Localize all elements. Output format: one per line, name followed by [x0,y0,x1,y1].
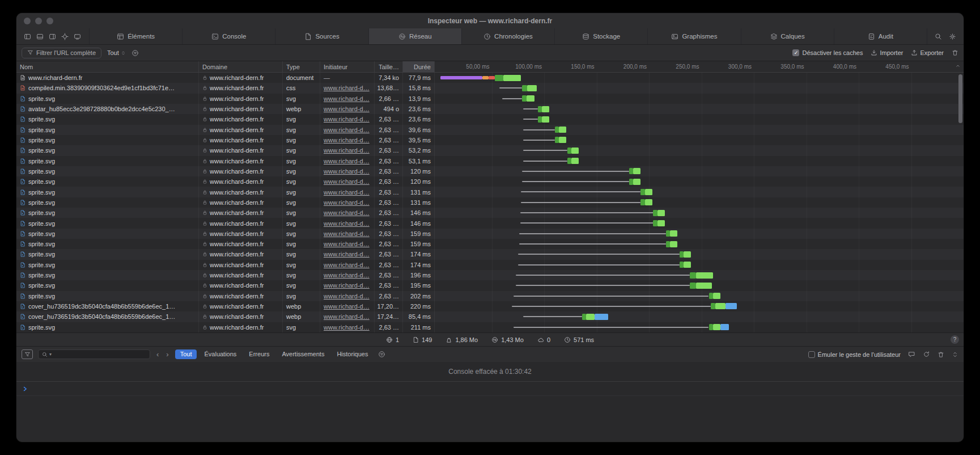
initiator-link[interactable]: www.richard-d… [324,313,370,320]
export-button[interactable]: Exporter [911,49,944,56]
initiator-link[interactable]: www.richard-d… [324,303,370,310]
network-request-row[interactable]: sprite.svgwww.richard-dern.frsvgwww.rich… [16,94,964,104]
initiator-link[interactable]: www.richard-d… [324,220,370,227]
network-request-row[interactable]: cover_hu736519dc3b5040cfa48b6b559b6de6ec… [16,301,964,311]
initiator-link[interactable]: www.richard-d… [324,127,370,133]
close-button[interactable] [24,18,31,24]
console-messages-icon[interactable] [908,351,915,358]
minimize-button[interactable] [35,18,42,24]
network-request-row[interactable]: www.richard-dern.frwww.richard-dern.frdo… [16,73,964,83]
element-picker-icon[interactable] [61,33,69,40]
initiator-link[interactable]: www.richard-d… [324,251,370,258]
clear-console-trash-icon[interactable] [937,351,944,358]
tab-reseau[interactable]: Réseau [368,28,461,44]
network-request-row[interactable]: sprite.svgwww.richard-dern.frsvgwww.rich… [16,197,964,208]
chevron-up-icon[interactable] [955,63,961,69]
initiator-link[interactable]: www.richard-d… [324,282,370,289]
url-filter-field[interactable]: Filtrer l'URL complète [22,48,101,58]
initiator-link[interactable]: www.richard-d… [324,272,370,279]
tab-elements[interactable]: Éléments [89,28,182,44]
initiator-link[interactable]: www.richard-d… [324,158,370,165]
network-request-row[interactable]: sprite.svgwww.richard-dern.frsvgwww.rich… [16,176,964,187]
tab-sources[interactable]: Sources [275,28,368,44]
network-request-row[interactable]: sprite.svgwww.richard-dern.frsvgwww.rich… [16,114,964,124]
console-prompt[interactable] [16,382,964,396]
dock-bottom-icon[interactable] [36,33,44,40]
console-search-input[interactable]: ▾ [38,349,150,359]
tab-calques[interactable]: Calques [741,28,834,44]
tab-chronologies[interactable]: Chronologies [461,28,554,44]
tab-stockage[interactable]: Stockage [554,28,647,44]
next-result-button[interactable]: › [165,350,169,359]
reload-icon[interactable] [923,351,930,358]
disable-caches-checkbox[interactable]: ✓ Désactiver les caches [792,49,863,56]
clear-network-trash-icon[interactable] [952,49,958,56]
initiator-link[interactable]: www.richard-d… [324,189,370,196]
resource-type-select[interactable]: Tout [107,49,126,56]
initiator-link[interactable]: www.richard-d… [324,116,370,123]
column-header-initiateur[interactable]: Initiateur [320,61,375,72]
tab-audit[interactable]: Audit [834,28,927,44]
network-request-row[interactable]: sprite.svgwww.richard-dern.frsvgwww.rich… [16,218,964,228]
help-button[interactable]: ? [951,335,959,344]
network-request-row[interactable]: sprite.svgwww.richard-dern.frsvgwww.rich… [16,280,964,290]
initiator-link[interactable]: www.richard-d… [324,147,370,154]
search-icon[interactable] [935,33,942,40]
column-header-taille-[interactable]: Taille… [375,61,403,72]
gear-icon[interactable] [949,33,956,40]
tab-graphismes[interactable]: Graphismes [647,28,740,44]
network-request-row[interactable]: sprite.svgwww.richard-dern.frsvgwww.rich… [16,249,964,259]
network-request-row[interactable]: sprite.svgwww.richard-dern.frsvgwww.rich… [16,229,964,239]
initiator-link[interactable]: www.richard-d… [324,230,370,237]
import-button[interactable]: Importer [871,49,903,56]
initiator-link[interactable]: www.richard-d… [324,106,370,112]
initiator-link[interactable]: www.richard-d… [324,178,370,185]
column-header-duree[interactable]: Durée [403,61,435,72]
column-header-domaine[interactable]: Domaine [199,61,283,72]
console-tab-erreurs[interactable]: Erreurs [244,349,274,359]
network-request-row[interactable]: avatar_hu85ecc3e298728880b0bde2dcc4e5c23… [16,104,964,114]
initiator-link[interactable]: www.richard-d… [324,324,370,331]
console-tab-evaluations[interactable]: Évaluations [199,349,241,359]
network-request-row[interactable]: sprite.svgwww.richard-dern.frsvgwww.rich… [16,239,964,249]
network-request-row[interactable]: compiled.min.38390909f303624ed9e1cf1bd3f… [16,83,964,93]
initiator-link[interactable]: www.richard-d… [324,209,370,216]
network-request-row[interactable]: sprite.svgwww.richard-dern.frsvgwww.rich… [16,135,964,145]
emulate-user-gesture-checkbox[interactable]: Émuler le geste de l'utilisateur [808,351,901,358]
console-tab-tout[interactable]: Tout [175,349,197,359]
console-tab-avertissements[interactable]: Avertissements [277,349,329,359]
initiator-link[interactable]: www.richard-d… [324,199,370,206]
network-request-row[interactable]: sprite.svgwww.richard-dern.frsvgwww.rich… [16,270,964,280]
console-filter-icon[interactable] [22,349,33,359]
console-options-icon[interactable] [378,351,385,358]
network-request-row[interactable]: sprite.svgwww.richard-dern.frsvgwww.rich… [16,291,964,301]
console-tab-historiques[interactable]: Historiques [332,349,373,359]
network-request-row[interactable]: sprite.svgwww.richard-dern.frsvgwww.rich… [16,187,964,197]
column-header-type[interactable]: Type [283,61,320,72]
column-header-nom[interactable]: Nom [16,61,199,72]
initiator-link[interactable]: www.richard-d… [324,85,370,91]
network-request-row[interactable]: sprite.svgwww.richard-dern.frsvgwww.rich… [16,166,964,176]
network-request-row[interactable]: cover_hu736519dc3b5040cfa48b6b559b6de6ec… [16,311,964,322]
tab-console[interactable]: Console [182,28,275,44]
network-request-row[interactable]: sprite.svgwww.richard-dern.frsvgwww.rich… [16,125,964,135]
zoom-button[interactable] [46,18,53,24]
initiator-link[interactable]: www.richard-d… [324,95,370,102]
network-request-row[interactable]: sprite.svgwww.richard-dern.frsvgwww.rich… [16,260,964,270]
network-request-row[interactable]: sprite.svgwww.richard-dern.frsvgwww.rich… [16,208,964,218]
resize-drawer-icon[interactable] [952,351,958,358]
network-request-row[interactable]: sprite.svgwww.richard-dern.frsvgwww.rich… [16,156,964,166]
vertical-scrollbar[interactable] [958,74,962,123]
previous-result-button[interactable]: ‹ [155,350,160,359]
initiator-link[interactable]: www.richard-d… [324,137,370,144]
dock-right-icon[interactable] [49,33,56,40]
initiator-link[interactable]: www.richard-d… [324,293,370,300]
device-icon[interactable] [74,33,81,40]
network-request-row[interactable]: sprite.svgwww.richard-dern.frsvgwww.rich… [16,145,964,155]
initiator-link[interactable]: www.richard-d… [324,262,370,268]
initiator-link[interactable]: www.richard-d… [324,241,370,247]
filter-options-icon[interactable] [131,49,139,57]
dock-left-icon[interactable] [24,33,31,40]
initiator-link[interactable]: www.richard-d… [324,168,370,175]
network-request-row[interactable]: sprite.svgwww.richard-dern.frsvgwww.rich… [16,322,964,332]
